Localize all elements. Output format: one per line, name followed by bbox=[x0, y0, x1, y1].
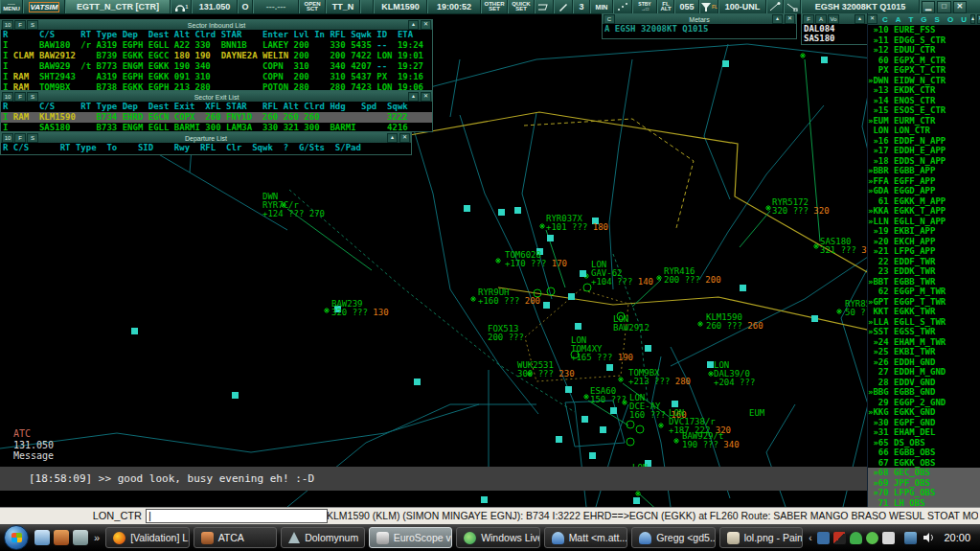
position-symbol[interactable] bbox=[673, 438, 679, 444]
aircraft-target[interactable] bbox=[645, 460, 651, 467]
aircraft-target[interactable] bbox=[600, 426, 606, 433]
controller-item-EGPX_T_CTR[interactable]: PX EGPX_T_CTR bbox=[868, 65, 980, 76]
controller-item-EHAM_DEL[interactable]: »31 EHAM_DEL bbox=[868, 427, 980, 438]
clock[interactable]: 20:00 bbox=[944, 532, 970, 543]
position-symbol[interactable] bbox=[658, 423, 664, 428]
close-icon[interactable]: ✕ bbox=[421, 20, 431, 30]
aircraft-target[interactable] bbox=[556, 436, 562, 443]
aircraft-target[interactable] bbox=[821, 57, 828, 63]
table-row[interactable]: I BAW929 /t B773 ENGM EGKK 190 340 COPN … bbox=[1, 61, 432, 72]
aircraft-target[interactable] bbox=[498, 209, 505, 216]
controller-item-GEC_OBS[interactable]: »68 GEC_OBS bbox=[868, 468, 980, 478]
controller-filter-S[interactable]: S bbox=[935, 15, 940, 24]
position-symbol[interactable] bbox=[495, 258, 501, 264]
aircraft-target[interactable] bbox=[645, 345, 651, 352]
min-button[interactable]: MIN bbox=[590, 0, 613, 13]
controller-item-EGKK_GND[interactable]: »KKG EGKK_GND bbox=[868, 407, 980, 418]
minimize-icon[interactable]: ▴ bbox=[772, 14, 783, 24]
selected-aircraft[interactable]: KLM1590 bbox=[374, 0, 427, 13]
task-button-firefox[interactable]: [Validation] L... bbox=[105, 527, 190, 548]
controller-item-EDDK_TWR[interactable]: 23 EDDK_TWR bbox=[868, 266, 980, 277]
aircraft-target[interactable] bbox=[543, 302, 550, 309]
controller-item-EGGD_APP[interactable]: »GDA EGGD_APP bbox=[868, 186, 980, 196]
mode-button[interactable]: O bbox=[238, 0, 253, 13]
minimize-icon[interactable]: ▴ bbox=[387, 133, 398, 143]
table-row[interactable]: I RAM SHT2943 A319 EGPH EGKK 091 310 COP… bbox=[1, 72, 432, 82]
controller-item-EGSS_TWR[interactable]: »SST EGSS_TWR bbox=[868, 327, 980, 337]
aircraft-target[interactable] bbox=[547, 235, 554, 241]
aircraft-target[interactable] bbox=[740, 285, 746, 291]
aircraft-target[interactable] bbox=[232, 392, 239, 399]
close-icon[interactable]: ✕ bbox=[421, 92, 431, 102]
controller-item-EGKK_OBS[interactable]: 67 EGKK_OBS bbox=[868, 458, 980, 469]
controller-item-EGKK_TWR[interactable]: KKT EGKK_TWR bbox=[868, 307, 980, 317]
controller-filter-U[interactable]: U bbox=[961, 15, 967, 24]
secondary-frequency[interactable]: ---.--- bbox=[253, 0, 299, 13]
controller-item-EDDV_GND[interactable]: 28 EDDV_GND bbox=[868, 378, 980, 388]
position-symbol[interactable] bbox=[765, 205, 771, 211]
controller-item-DS_OBS[interactable]: »65 DS_OBS bbox=[868, 438, 980, 448]
position-symbol[interactable] bbox=[618, 377, 624, 382]
volume-icon[interactable] bbox=[923, 532, 936, 543]
position-symbol[interactable] bbox=[324, 308, 330, 313]
close-button[interactable]: ✕ bbox=[953, 1, 967, 13]
controller-filter-A[interactable]: A bbox=[896, 15, 901, 24]
aircraft-target[interactable] bbox=[414, 379, 421, 385]
position-symbol[interactable] bbox=[622, 400, 627, 405]
eraser-button[interactable] bbox=[535, 0, 554, 13]
controller-item-EGBB_OBS[interactable]: 66 EGBB_OBS bbox=[868, 448, 980, 458]
close-icon[interactable]: ✕ bbox=[399, 133, 410, 143]
tray-chevron-icon[interactable]: ‹ bbox=[809, 533, 811, 543]
range-value[interactable]: 3 bbox=[573, 0, 590, 13]
position-symbol[interactable] bbox=[656, 275, 662, 281]
controller-item-EDDF_N_APP[interactable]: »16 EDDF_N_APP bbox=[868, 136, 980, 147]
task-button-people[interactable]: ATCA bbox=[194, 527, 278, 548]
controller-item-EGKK_M_APP[interactable]: 61 EGKK_M_APP bbox=[868, 196, 980, 207]
controller-item-EGBB_TWR[interactable]: »BBT EGBB_TWR bbox=[868, 277, 980, 287]
aircraft-target[interactable] bbox=[568, 293, 575, 300]
tray-mail-icon[interactable] bbox=[882, 532, 895, 544]
voice-filter-A[interactable]: A bbox=[815, 14, 827, 24]
task-button-person[interactable]: Gregg <gd5... bbox=[631, 527, 716, 548]
position-symbol[interactable] bbox=[539, 223, 545, 229]
aircraft-target[interactable] bbox=[672, 401, 678, 407]
position-symbol[interactable] bbox=[800, 53, 806, 58]
voice-titlebar[interactable]: FAVo ▴ ✕ bbox=[802, 14, 878, 24]
controller-item-EDDH_M_GND[interactable]: 27 EDDH_M_GND bbox=[868, 367, 980, 378]
task-button-live[interactable]: Windows Live... bbox=[456, 527, 540, 548]
metar-ticker[interactable]: EGSH 32008KT Q1015 bbox=[801, 0, 920, 13]
controller-item-EGGP_2_GND[interactable]: 29 EGGP_2_GND bbox=[868, 398, 980, 408]
table-row[interactable]: I RAM KLM1590 B734 EHRD EGCN COPX 260 FN… bbox=[1, 112, 432, 123]
chat-frequency-label[interactable]: 131.050 bbox=[13, 440, 54, 451]
maximize-button[interactable]: □ bbox=[937, 1, 950, 13]
active-station-button[interactable]: EGTT_N_CTR [CTR] bbox=[65, 0, 171, 13]
quick-set-button[interactable]: QUICKSET bbox=[508, 0, 535, 13]
altitude-filter-value[interactable]: 100-UNL bbox=[718, 0, 766, 13]
controller-item-EKDK_CTR[interactable]: »13 EKDK_CTR bbox=[868, 85, 980, 96]
minimize-icon[interactable]: ▴ bbox=[855, 14, 865, 24]
minimize-button[interactable]: ▁ bbox=[922, 1, 935, 13]
show-desktop-icon[interactable] bbox=[34, 530, 50, 545]
controller-item-EDDF_TWR[interactable]: 22 EDDF_TWR bbox=[868, 257, 980, 267]
controller-item-EKBI_TWR[interactable]: »25 EKBI_TWR bbox=[868, 347, 980, 357]
task-button-person[interactable]: Matt <m.att.... bbox=[544, 527, 628, 548]
exit-titlebar[interactable]: Sector Exit List 10FS ▴ ✕ bbox=[1, 92, 432, 102]
aircraft-target[interactable] bbox=[592, 218, 599, 224]
controller-item-EDUU_CTR[interactable]: »12 EDUU_CTR bbox=[868, 45, 980, 56]
controller-item-EGFF_APP[interactable]: »FFA EGFF_APP bbox=[868, 176, 980, 187]
position-symbol[interactable] bbox=[708, 371, 714, 377]
quicklaunch-overflow-chevron[interactable]: » bbox=[94, 532, 100, 543]
headset-button[interactable]: 1 bbox=[171, 0, 192, 13]
chat-atc-label[interactable]: ATC bbox=[13, 428, 54, 440]
controller-filter-O[interactable]: O bbox=[947, 15, 953, 24]
controller-item-ENOS_CTR[interactable]: »14 ENOS_CTR bbox=[868, 96, 980, 106]
aircraft-target[interactable] bbox=[536, 248, 543, 255]
controller-item-EURM_CTR[interactable]: »EUM EURM_CTR bbox=[868, 116, 980, 126]
controller-item-EDDH_E_APP[interactable]: »17 EDDH_E_APP bbox=[868, 146, 980, 156]
level-value[interactable]: 055 bbox=[674, 0, 699, 13]
tray-msngr-icon[interactable] bbox=[817, 532, 830, 544]
aircraft-target[interactable] bbox=[606, 364, 613, 371]
controller-item-EKBI_APP[interactable]: »19 EKBI_APP bbox=[868, 226, 980, 237]
clock-display[interactable]: 19:00:52 bbox=[427, 0, 481, 13]
metars-titlebar[interactable]: Metars C ▴ ✕ bbox=[603, 14, 796, 24]
